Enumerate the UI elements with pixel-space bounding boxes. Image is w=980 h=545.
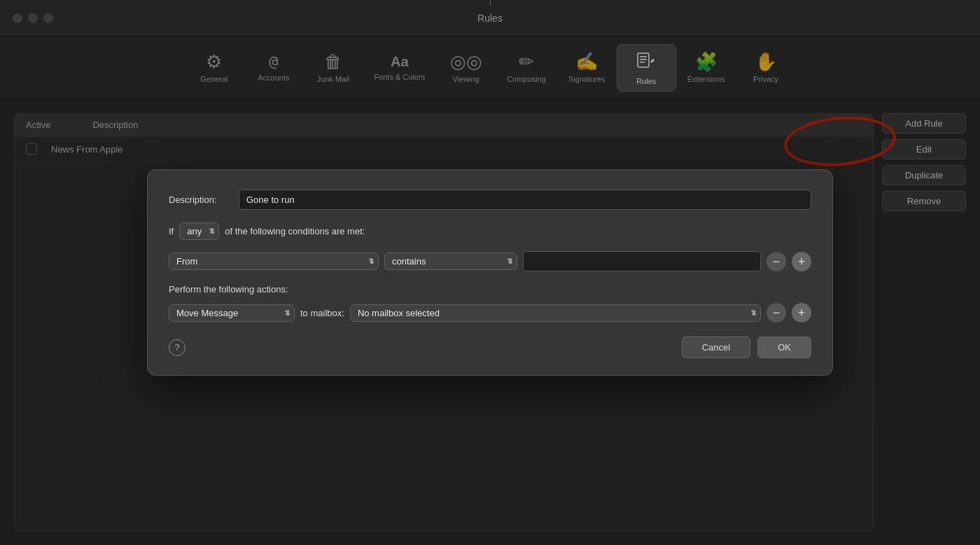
condition-header-row: If any all ⬍ of the following conditions… [169,222,811,240]
remove-action-button[interactable]: − [766,303,786,323]
field-select-wrapper[interactable]: From To Subject Message Content Date Rec… [169,253,379,270]
if-label: If [169,226,174,236]
any-select[interactable]: any all [179,222,219,240]
action-type-select[interactable]: Move Message Copy Message Mark as Read D… [169,304,295,322]
operator-select[interactable]: contains does not contain begins with en… [384,253,517,270]
remove-condition-button[interactable]: − [766,252,786,271]
dialog-overlay: Description: If any all ⬍ of the followi… [0,0,980,545]
add-condition-button[interactable]: + [792,252,811,271]
mailbox-select[interactable]: No mailbox selected [350,304,761,322]
description-label: Description: [169,194,239,205]
description-input[interactable] [239,190,811,210]
action-row: Move Message Copy Message Mark as Read D… [169,303,811,323]
condition-row: From To Subject Message Content Date Rec… [169,251,811,271]
description-row: Description: [169,190,811,210]
dialog-footer: ? Cancel OK [169,337,811,358]
footer-buttons: Cancel OK [682,337,811,358]
any-select-wrapper[interactable]: any all ⬍ [179,222,219,240]
actions-label: Perform the following actions: [169,284,811,295]
condition-value-input[interactable] [523,251,761,271]
to-mailbox-label: to mailbox: [300,308,344,318]
add-action-button[interactable]: + [792,303,811,323]
action-type-wrapper[interactable]: Move Message Copy Message Mark as Read D… [169,304,295,322]
operator-select-wrapper[interactable]: contains does not contain begins with en… [384,253,517,270]
field-select[interactable]: From To Subject Message Content Date Rec… [169,253,379,270]
ok-button[interactable]: OK [757,337,811,358]
help-button[interactable]: ? [169,339,186,356]
conditions-text: of the following conditions are met: [225,226,365,236]
cancel-button[interactable]: Cancel [682,337,750,358]
mailbox-select-wrapper[interactable]: No mailbox selected ⬍ [350,304,761,322]
rule-editor-dialog: Description: If any all ⬍ of the followi… [147,169,833,376]
